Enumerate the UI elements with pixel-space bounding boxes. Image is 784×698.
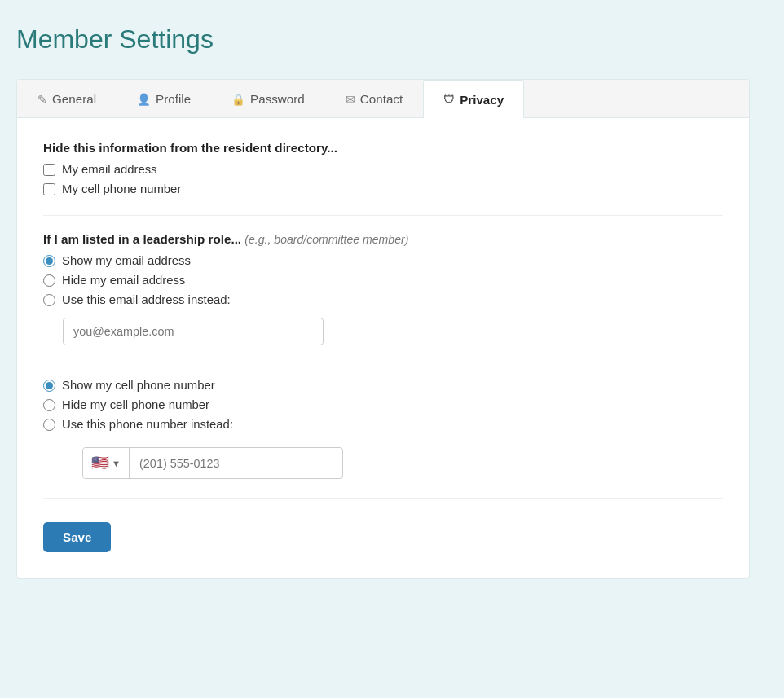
alternate-email-input[interactable] [63,318,324,345]
general-icon: ✎ [37,93,47,106]
show-phone-radio[interactable] [43,380,55,392]
section1-title: Hide this information from the resident … [43,141,723,155]
country-flag-dropdown[interactable]: 🇺🇸 ▼ [83,448,130,478]
divider-2 [43,362,723,362]
page-title: Member Settings [16,16,750,63]
settings-card: ✎ General 👤 Profile 🔒 Password ✉ Contact… [16,79,750,579]
directory-checkboxes: My email address My cell phone number [43,163,723,195]
dropdown-arrow: ▼ [112,459,121,468]
tab-general[interactable]: ✎ General [17,80,117,117]
phone-radio-group: Show my cell phone number Hide my cell p… [43,379,723,479]
hide-from-directory-section: Hide this information from the resident … [43,141,723,195]
alternate-email-wrapper [63,318,723,345]
tab-contact[interactable]: ✉ Contact [325,80,423,117]
show-phone-radio-label[interactable]: Show my cell phone number [43,379,723,392]
tab-profile[interactable]: 👤 Profile [117,80,211,117]
password-icon: 🔒 [231,93,245,106]
use-other-email-radio-label[interactable]: Use this email address instead: [43,293,723,306]
leadership-section: If I am listed in a leadership role... (… [43,232,723,479]
show-email-radio[interactable] [43,255,55,267]
hide-phone-radio[interactable] [43,399,55,411]
us-flag: 🇺🇸 [91,454,109,472]
tab-privacy[interactable]: 🛡 Privacy [423,80,524,118]
page-container: Member Settings ✎ General 👤 Profile 🔒 Pa… [16,16,750,579]
hide-phone-checkbox-label[interactable]: My cell phone number [43,182,723,195]
use-other-phone-radio-label[interactable]: Use this phone number instead: [43,418,723,431]
tab-password[interactable]: 🔒 Password [211,80,325,117]
divider-3 [43,498,723,499]
hide-phone-checkbox[interactable] [43,183,55,195]
show-email-radio-label[interactable]: Show my email address [43,254,723,267]
section2-title: If I am listed in a leadership role... (… [43,232,723,246]
use-other-email-radio[interactable] [43,294,55,306]
phone-input-with-flag: 🇺🇸 ▼ [82,447,343,479]
hide-email-checkbox[interactable] [43,164,55,176]
alternate-phone-input[interactable] [130,450,342,476]
contact-icon: ✉ [346,93,355,106]
hide-phone-radio-label[interactable]: Hide my cell phone number [43,398,723,411]
privacy-content: Hide this information from the resident … [17,118,749,578]
hide-email-radio[interactable] [43,274,55,287]
divider-1 [43,215,723,216]
save-button[interactable]: Save [43,522,111,552]
hide-email-checkbox-label[interactable]: My email address [43,163,723,176]
email-radio-group: Show my email address Hide my email addr… [43,254,723,345]
use-other-phone-radio[interactable] [43,419,55,431]
profile-icon: 👤 [137,93,151,106]
hide-email-radio-label[interactable]: Hide my email address [43,274,723,287]
privacy-icon: 🛡 [443,94,455,106]
alternate-phone-wrapper: 🇺🇸 ▼ [63,442,723,479]
tabs-nav: ✎ General 👤 Profile 🔒 Password ✉ Contact… [17,80,749,118]
